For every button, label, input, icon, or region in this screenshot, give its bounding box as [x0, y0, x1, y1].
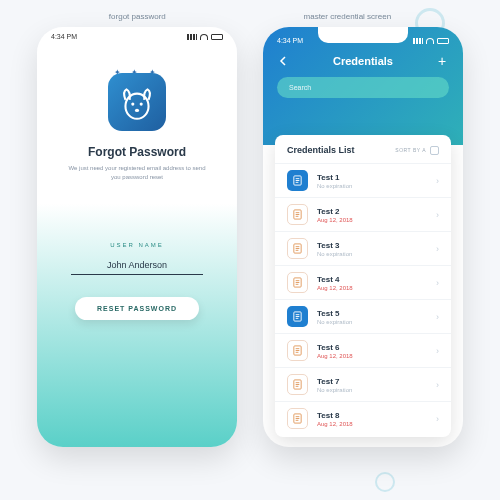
wifi-icon [426, 38, 434, 44]
list-item[interactable]: Test 8Aug 12, 2018› [275, 401, 451, 435]
list-item[interactable]: Test 3No expiration› [275, 231, 451, 265]
username-label: USER NAME [110, 242, 164, 248]
credential-icon [287, 306, 308, 327]
item-title: Test 7 [317, 377, 427, 386]
item-title: Test 3 [317, 241, 427, 250]
item-title: Test 4 [317, 275, 427, 284]
credentials-card: Credentials List SORT BY A Test 1No expi… [275, 135, 451, 437]
chevron-right-icon: › [436, 312, 439, 322]
credential-icon [287, 340, 308, 361]
username-input[interactable] [71, 256, 203, 275]
signal-icon [413, 38, 423, 44]
add-button[interactable]: + [435, 54, 449, 68]
item-subtitle: Aug 12, 2018 [317, 285, 427, 291]
screen-label-left: forgot password [109, 12, 166, 21]
chevron-right-icon: › [436, 346, 439, 356]
list-item[interactable]: Test 4Aug 12, 2018› [275, 265, 451, 299]
status-bar: 4:34 PM [263, 31, 463, 46]
credential-icon [287, 238, 308, 259]
list-title: Credentials List [287, 145, 355, 155]
credential-icon [287, 170, 308, 191]
sort-icon [430, 146, 439, 155]
credentials-list: Test 1No expiration›Test 2Aug 12, 2018›T… [275, 163, 451, 437]
svg-point-3 [135, 109, 139, 112]
chevron-right-icon: › [436, 278, 439, 288]
item-subtitle: Aug 12, 2018 [317, 217, 427, 223]
app-logo [108, 73, 166, 131]
item-subtitle: No expiration [317, 183, 427, 189]
chevron-right-icon: › [436, 380, 439, 390]
dog-icon [116, 81, 158, 123]
page-subtitle: We just need your registered email addre… [37, 164, 237, 182]
status-time: 4:34 PM [51, 33, 77, 40]
reset-password-button[interactable]: RESET PASSWORD [75, 297, 199, 320]
list-item[interactable]: Test 5No expiration› [275, 299, 451, 333]
list-item[interactable]: Test 6Aug 12, 2018› [275, 333, 451, 367]
screen-label-right: master credential screen [304, 12, 392, 21]
credential-icon [287, 272, 308, 293]
credential-icon [287, 374, 308, 395]
signal-icon [187, 34, 197, 40]
status-bar: 4:34 PM [37, 27, 237, 42]
credential-icon [287, 408, 308, 429]
phone-forgot-password: 4:34 PM ✦ ✦ ✦ Forgot Password We just ne… [37, 27, 237, 447]
chevron-right-icon: › [436, 210, 439, 220]
battery-icon [437, 38, 449, 44]
list-item[interactable]: Test 2Aug 12, 2018› [275, 197, 451, 231]
svg-point-2 [140, 103, 143, 106]
sort-label: SORT BY A [395, 147, 426, 153]
credential-icon [287, 204, 308, 225]
svg-point-1 [131, 103, 134, 106]
list-item[interactable]: Test 1No expiration› [275, 163, 451, 197]
item-title: Test 1 [317, 173, 427, 182]
header: 4:34 PM Credentials + [263, 27, 463, 145]
chevron-right-icon: › [436, 244, 439, 254]
decoration-circle [375, 472, 395, 492]
item-subtitle: Aug 12, 2018 [317, 421, 427, 427]
battery-icon [211, 34, 223, 40]
back-button[interactable] [277, 54, 291, 68]
item-title: Test 8 [317, 411, 427, 420]
item-subtitle: Aug 12, 2018 [317, 353, 427, 359]
list-item[interactable]: Test 7No expiration› [275, 367, 451, 401]
search-input[interactable] [277, 77, 449, 98]
phone-credentials: 4:34 PM Credentials + Credentials List S… [263, 27, 463, 447]
item-subtitle: No expiration [317, 319, 427, 325]
sort-control[interactable]: SORT BY A [395, 146, 439, 155]
nav-title: Credentials [333, 55, 393, 67]
item-subtitle: No expiration [317, 251, 427, 257]
chevron-right-icon: › [436, 176, 439, 186]
item-title: Test 6 [317, 343, 427, 352]
status-time: 4:34 PM [277, 37, 303, 44]
wifi-icon [200, 34, 208, 40]
item-title: Test 2 [317, 207, 427, 216]
item-subtitle: No expiration [317, 387, 427, 393]
page-title: Forgot Password [88, 145, 186, 159]
item-title: Test 5 [317, 309, 427, 318]
chevron-right-icon: › [436, 414, 439, 424]
